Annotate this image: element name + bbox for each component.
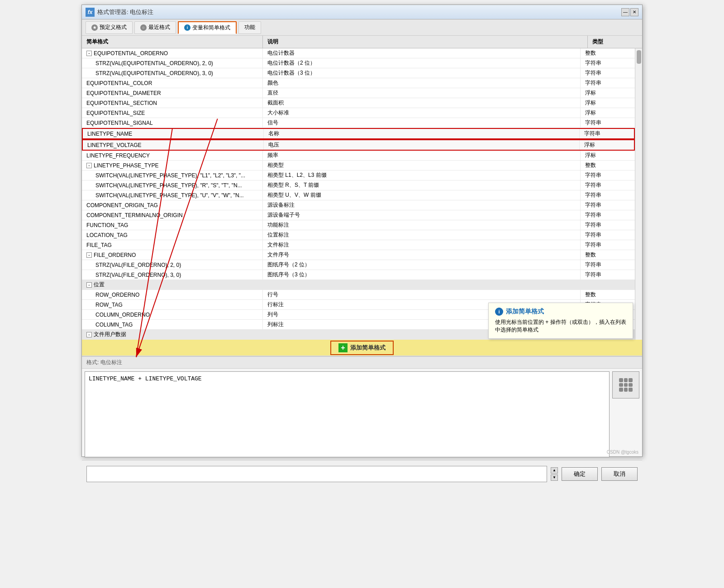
tooltip-body-text: 使用光标当前位置的 + 操作符（或双击），插入在列表中选择的简单格式 bbox=[495, 319, 626, 333]
table-row-linetype-voltage[interactable]: LINETYPE_VOLTAGE 电压 浮标 bbox=[82, 139, 635, 151]
cell-desc: 文件标注 bbox=[263, 240, 581, 250]
bottom-scrollbar: ▲ ▼ bbox=[551, 467, 558, 481]
expand-icon[interactable]: - bbox=[86, 282, 92, 288]
table-row[interactable]: EQUIPOTENTIAL_SIZE 大小标准 浮标 bbox=[82, 108, 635, 118]
add-simple-format-button[interactable]: + 添加简单格式 bbox=[330, 341, 394, 355]
cell-type: 整数 bbox=[581, 290, 635, 299]
cell-desc: 相类型 R、S、T 前缀 bbox=[263, 180, 581, 190]
cell-name: EQUIPOTENTIAL_SIZE bbox=[82, 108, 263, 118]
table-row-group-location[interactable]: -位置 bbox=[82, 280, 635, 290]
cell-type: 字符串 bbox=[581, 190, 635, 200]
table-row[interactable]: LOCATION_TAG 位置标注 字符串 bbox=[82, 230, 635, 240]
cell-name: LINETYPE_NAME bbox=[83, 129, 264, 138]
table-row[interactable]: SWITCH(VAL(LINETYPE_PHASE_TYPE), "U", "V… bbox=[82, 190, 635, 200]
cell-desc: 功能标注 bbox=[263, 220, 581, 230]
calculator-button[interactable] bbox=[612, 371, 639, 398]
app-icon: fx bbox=[86, 8, 95, 17]
cell-name: ROW_TAG bbox=[82, 300, 263, 309]
minimize-button[interactable]: — bbox=[621, 8, 629, 16]
cell-type: 整数 bbox=[581, 161, 635, 170]
cell-desc: 图纸序号（3 位） bbox=[263, 270, 581, 280]
tab-recent[interactable]: ○ 最近格式 bbox=[134, 21, 176, 34]
table-row[interactable]: EQUIPOTENTIAL_SECTION 截面积 浮标 bbox=[82, 98, 635, 108]
cell-name: LINETYPE_FREQUENCY bbox=[82, 151, 263, 160]
table-row[interactable]: STRZ(VAL(EQUIPOTENTIAL_ORDERNO), 3, 0) 电… bbox=[82, 68, 635, 78]
ok-button[interactable]: 确定 bbox=[562, 467, 598, 481]
cell-desc: 图纸序号（2 位） bbox=[263, 260, 581, 270]
table-row[interactable]: EQUIPOTENTIAL_DIAMETER 直径 浮标 bbox=[82, 88, 635, 98]
cell-name: FILE_TAG bbox=[82, 240, 263, 250]
table-row[interactable]: STRZ(VAL(EQUIPOTENTIAL_ORDERNO), 2, 0) 电… bbox=[82, 58, 635, 68]
table-row-linetype-name[interactable]: LINETYPE_NAME 名称 字符串 bbox=[82, 128, 635, 139]
tooltip-title: i 添加简单格式 bbox=[495, 308, 626, 316]
window-title: 格式管理器: 电位标注 bbox=[97, 8, 153, 16]
tab-functions[interactable]: 功能 bbox=[238, 21, 261, 34]
table-row[interactable]: -EQUIPOTENTIAL_ORDERNO 电位计数器 整数 bbox=[82, 48, 635, 58]
calc-key-8 bbox=[624, 388, 628, 392]
table-row[interactable]: STRZ(VAL(FILE_ORDERNO), 2, 0) 图纸序号（2 位） … bbox=[82, 260, 635, 270]
table-row[interactable]: ROW_ORDERNO 行号 整数 bbox=[82, 290, 635, 300]
cell-desc: 电位计数器（2 位） bbox=[263, 58, 581, 68]
header-desc: 说明 bbox=[263, 36, 588, 48]
cell-name: -文件用户数据 bbox=[82, 330, 263, 339]
table-row[interactable]: EQUIPOTENTIAL_COLOR 颜色 字符串 bbox=[82, 78, 635, 88]
cell-type: 字符串 bbox=[581, 210, 635, 220]
tooltip-box: i 添加简单格式 使用光标当前位置的 + 操作符（或双击），插入在列表中选择的简… bbox=[488, 303, 633, 339]
table-row[interactable]: EQUIPOTENTIAL_SIGNAL 信号 字符串 bbox=[82, 118, 635, 128]
cell-name: EQUIPOTENTIAL_SECTION bbox=[82, 98, 263, 108]
cell-desc: 相类型 bbox=[263, 161, 581, 170]
table-row[interactable]: LINETYPE_FREQUENCY 频率 浮标 bbox=[82, 151, 635, 161]
expand-icon[interactable]: - bbox=[86, 163, 92, 168]
format-label: 格式: 电位标注 bbox=[82, 357, 642, 369]
cell-name: SWITCH(VAL(LINETYPE_PHASE_TYPE), "R", "S… bbox=[82, 180, 263, 190]
close-button[interactable]: ✕ bbox=[630, 8, 638, 16]
table-row[interactable]: FILE_TAG 文件标注 字符串 bbox=[82, 240, 635, 250]
cell-name: COLUMN_TAG bbox=[82, 320, 263, 329]
cell-desc bbox=[263, 280, 581, 289]
table-row[interactable]: COMPONENT_TERMINALNO_ORIGIN 源设备端子号 字符串 bbox=[82, 210, 635, 220]
cell-name: EQUIPOTENTIAL_DIAMETER bbox=[82, 88, 263, 98]
table-scrollbar[interactable] bbox=[635, 48, 642, 340]
cell-name: EQUIPOTENTIAL_COLOR bbox=[82, 78, 263, 88]
table-container: -EQUIPOTENTIAL_ORDERNO 电位计数器 整数 STRZ(VAL… bbox=[82, 48, 642, 340]
table-body: -EQUIPOTENTIAL_ORDERNO 电位计数器 整数 STRZ(VAL… bbox=[82, 48, 635, 340]
table-row[interactable]: STRZ(VAL(FILE_ORDERNO), 3, 0) 图纸序号（3 位） … bbox=[82, 270, 635, 280]
cell-type: 字符串 bbox=[581, 220, 635, 230]
table-row[interactable]: -FILE_ORDERNO 文件序号 整数 bbox=[82, 250, 635, 260]
table-row[interactable]: SWITCH(VAL(LINETYPE_PHASE_TYPE), "L1", "… bbox=[82, 171, 635, 180]
table-row[interactable]: COMPONENT_ORIGIN_TAG 源设备标注 字符串 bbox=[82, 200, 635, 210]
expand-icon[interactable]: - bbox=[86, 252, 92, 258]
calc-key-1 bbox=[619, 378, 623, 382]
bottom-input[interactable] bbox=[86, 466, 547, 482]
tooltip-info-icon: i bbox=[495, 308, 503, 316]
cancel-button[interactable]: 取消 bbox=[601, 467, 638, 481]
cell-type: 整数 bbox=[581, 48, 635, 58]
tab-variables[interactable]: i 变量和简单格式 bbox=[178, 21, 237, 34]
cell-name: SWITCH(VAL(LINETYPE_PHASE_TYPE), "U", "V… bbox=[82, 190, 263, 200]
scroll-down-arrow[interactable]: ▼ bbox=[551, 474, 558, 481]
format-textarea[interactable] bbox=[85, 371, 610, 457]
cell-type: 字符串 bbox=[581, 58, 635, 68]
cell-name: -LINETYPE_PHASE_TYPE bbox=[82, 161, 263, 170]
cell-type: 整数 bbox=[581, 250, 635, 260]
tab-predefined[interactable]: ★ 预定义格式 bbox=[86, 21, 133, 34]
cell-type: 字符串 bbox=[581, 270, 635, 280]
cell-name: COMPONENT_ORIGIN_TAG bbox=[82, 200, 263, 210]
format-input-area bbox=[82, 369, 642, 460]
cell-type: 浮标 bbox=[581, 98, 635, 108]
cell-desc: 颜色 bbox=[263, 78, 581, 88]
cell-desc: 大小标准 bbox=[263, 108, 581, 118]
table-row[interactable]: FUNCTION_TAG 功能标注 字符串 bbox=[82, 220, 635, 230]
cell-desc: 电压 bbox=[264, 140, 580, 150]
cell-type: 字符串 bbox=[580, 129, 634, 138]
expand-icon[interactable]: - bbox=[86, 51, 92, 56]
expand-icon[interactable]: - bbox=[86, 332, 92, 337]
table-row[interactable]: SWITCH(VAL(LINETYPE_PHASE_TYPE), "R", "S… bbox=[82, 180, 635, 190]
cell-name: -位置 bbox=[82, 280, 263, 289]
cell-name: SWITCH(VAL(LINETYPE_PHASE_TYPE), "L1", "… bbox=[82, 171, 263, 180]
scroll-up-arrow[interactable]: ▲ bbox=[551, 467, 558, 474]
cell-desc: 名称 bbox=[264, 129, 580, 138]
table-row[interactable]: -LINETYPE_PHASE_TYPE 相类型 整数 bbox=[82, 161, 635, 171]
cell-type bbox=[581, 280, 635, 289]
cell-desc: 行号 bbox=[263, 290, 581, 299]
